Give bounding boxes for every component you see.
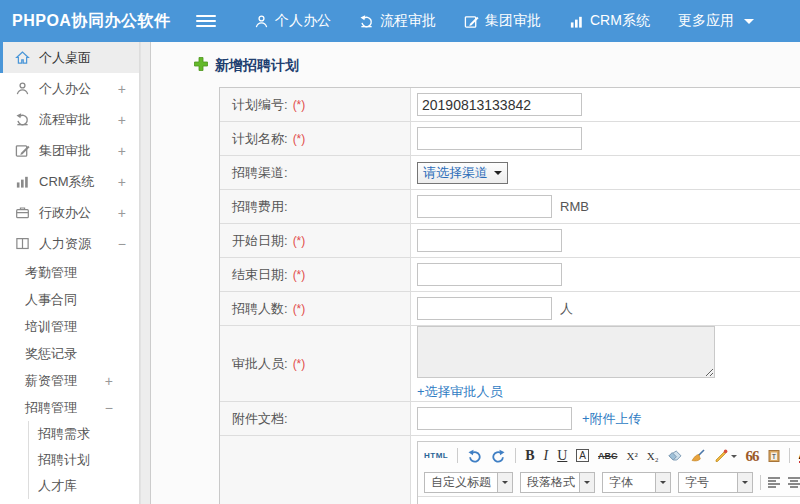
plan-number-input[interactable]	[417, 93, 582, 116]
subscript-button[interactable]: X₂	[647, 450, 659, 462]
top-navigation-bar: PHPOA协同办公软件 个人办公 流程审批 集团审批 CRM系统 更多应用	[0, 0, 800, 42]
required-mark: (*)	[293, 357, 306, 371]
char-border-button[interactable]: A	[576, 449, 589, 462]
top-menu-personal-office[interactable]: 个人办公	[254, 12, 331, 30]
form-row-channel: 招聘渠道: 请选择渠道	[220, 156, 800, 190]
sidebar-item-recruit-plan[interactable]: 招聘计划	[29, 447, 139, 473]
superscript-button[interactable]: X²	[627, 450, 638, 462]
sidebar-item-personal-desktop[interactable]: 个人桌面	[0, 42, 139, 73]
collapse-minus-icon[interactable]: −	[118, 236, 126, 252]
clean-format-broom-icon[interactable]	[691, 449, 705, 462]
required-mark: (*)	[293, 268, 306, 282]
plan-name-input[interactable]	[417, 127, 582, 150]
bold-button[interactable]: B	[525, 448, 534, 464]
sidebar-item-recruit-demand[interactable]: 招聘需求	[29, 421, 139, 447]
form-row-cost: 招聘费用: RMB	[220, 190, 800, 224]
strikethrough-button[interactable]: ABC	[598, 451, 618, 461]
sidebar-item-salary[interactable]: 薪资管理+	[0, 367, 139, 394]
app-window: PHPOA协同办公软件 个人办公 流程审批 集团审批 CRM系统 更多应用	[0, 0, 800, 504]
edit-square-icon	[15, 143, 30, 158]
attachment-upload-link[interactable]: +附件上传	[582, 410, 642, 428]
editor-toolbar-row2: 自定义标题 段落格式 字体 字号	[418, 469, 800, 497]
page-title: 新增招聘计划	[215, 57, 299, 75]
recruitment-submenu: 招聘需求 招聘计划 人才库	[28, 421, 139, 499]
sidebar-item-group-approval[interactable]: 集团审批 +	[0, 135, 139, 166]
blockquote-button[interactable]: 66	[746, 451, 759, 461]
chevron-down-icon	[579, 473, 594, 492]
chevron-down-icon	[731, 455, 737, 461]
redo-icon[interactable]	[491, 449, 506, 463]
paste-clipboard-icon[interactable]: T	[768, 449, 780, 462]
sidebar-item-training[interactable]: 培训管理	[0, 313, 139, 340]
end-date-input[interactable]	[417, 263, 562, 286]
editor-content-area[interactable]	[418, 497, 800, 504]
italic-button[interactable]: I	[544, 448, 549, 464]
chevron-down-icon	[744, 19, 754, 29]
recruit-cost-input[interactable]	[417, 195, 552, 218]
expand-plus-icon[interactable]: +	[118, 205, 126, 221]
person-icon	[15, 81, 30, 96]
headcount-input[interactable]	[417, 297, 552, 320]
collapse-minus-icon[interactable]: −	[105, 400, 113, 416]
person-icon	[254, 14, 269, 29]
chevron-down-icon	[497, 473, 512, 492]
custom-heading-dropdown[interactable]: 自定义标题	[424, 472, 513, 493]
expand-plus-icon[interactable]: +	[105, 373, 113, 389]
sidebar-splitter[interactable]	[140, 42, 151, 504]
align-center-icon[interactable]	[788, 477, 800, 488]
font-family-dropdown[interactable]: 字体	[602, 472, 671, 493]
approvers-textarea[interactable]	[417, 326, 715, 378]
sidebar-item-admin-office[interactable]: 行政办公 +	[0, 197, 139, 228]
top-menu-more-apps[interactable]: 更多应用	[678, 12, 754, 30]
top-menu: 个人办公 流程审批 集团审批 CRM系统 更多应用	[240, 12, 768, 30]
font-size-dropdown[interactable]: 字号	[678, 472, 753, 493]
sidebar-item-hr-contract[interactable]: 人事合同	[0, 286, 139, 313]
attachment-input[interactable]	[417, 407, 572, 430]
html-source-button[interactable]: HTML	[424, 451, 448, 460]
sidebar-item-attendance[interactable]: 考勤管理	[0, 259, 139, 286]
top-menu-group-approval[interactable]: 集团审批	[464, 12, 541, 30]
top-menu-crm[interactable]: CRM系统	[569, 12, 650, 30]
required-mark: (*)	[293, 132, 306, 146]
form-row-plan-number: 计划编号:(*)	[220, 88, 800, 122]
paint-color-dropdown[interactable]	[714, 449, 737, 462]
eraser-icon[interactable]	[668, 450, 682, 462]
hr-submenu: 考勤管理 人事合同 培训管理 奖惩记录 薪资管理+ 招聘管理− 招聘需求 招聘计…	[0, 259, 139, 499]
book-icon	[15, 236, 30, 251]
required-mark: (*)	[293, 98, 306, 112]
channel-select[interactable]: 请选择渠道	[417, 162, 508, 184]
rich-text-editor: HTML B I U A ABC X²	[417, 441, 800, 504]
start-date-input[interactable]	[417, 229, 562, 252]
sidebar-item-personal-office[interactable]: 个人办公 +	[0, 73, 139, 104]
workflow-cycle-icon	[15, 112, 30, 127]
svg-text:T: T	[771, 453, 776, 460]
underline-button[interactable]: U	[557, 448, 567, 464]
align-left-icon[interactable]	[768, 477, 781, 488]
sidebar-item-workflow-approval[interactable]: 流程审批 +	[0, 104, 139, 135]
hamburger-menu-icon[interactable]	[196, 12, 216, 30]
undo-icon[interactable]	[467, 449, 482, 463]
chevron-down-icon	[655, 473, 670, 492]
add-plus-icon	[194, 57, 208, 75]
currency-suffix: RMB	[560, 199, 589, 214]
sidebar-item-talent-pool[interactable]: 人才库	[29, 473, 139, 499]
person-suffix: 人	[560, 300, 573, 318]
expand-plus-icon[interactable]: +	[118, 174, 126, 190]
expand-plus-icon[interactable]: +	[118, 112, 126, 128]
edit-square-icon	[464, 14, 479, 29]
paragraph-format-dropdown[interactable]: 段落格式	[520, 472, 595, 493]
sidebar-item-crm[interactable]: CRM系统 +	[0, 166, 139, 197]
workflow-cycle-icon	[359, 14, 374, 29]
expand-plus-icon[interactable]: +	[118, 81, 126, 97]
sidebar-item-rewards[interactable]: 奖惩记录	[0, 340, 139, 367]
sidebar-item-recruitment[interactable]: 招聘管理−	[0, 394, 139, 421]
form-row-approvers: 审批人员:(*) +选择审批人员	[220, 326, 800, 402]
page-header: 新增招聘计划	[151, 42, 800, 87]
editor-toolbar-row1: HTML B I U A ABC X²	[418, 442, 800, 469]
select-approvers-link[interactable]: +选择审批人员	[417, 383, 715, 401]
expand-plus-icon[interactable]: +	[118, 143, 126, 159]
sidebar-item-human-resources[interactable]: 人力资源 −	[0, 228, 139, 259]
top-menu-workflow-approval[interactable]: 流程审批	[359, 12, 436, 30]
select-arrow-icon	[494, 171, 502, 179]
chevron-down-icon	[737, 473, 752, 492]
